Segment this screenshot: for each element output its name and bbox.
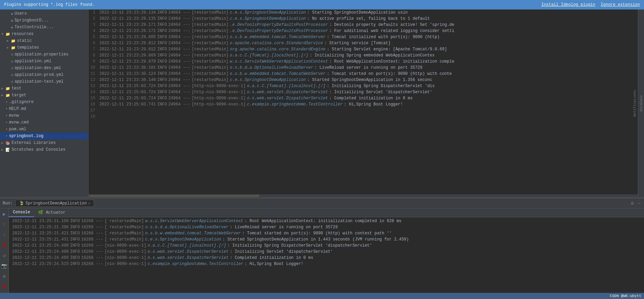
tree-item-users[interactable]: ◈ Users	[0, 10, 88, 17]
scroll-down-icon[interactable]: ↓	[2, 231, 6, 239]
tree-item-app-props[interactable]: ⚙ application.properties	[0, 51, 88, 58]
tree-item-templates[interactable]: ▶ 📁 templates	[0, 44, 88, 51]
line-number: 16	[90, 101, 99, 107]
log-line: 4 2022-12-11 23:23:29.171 INFO 24964 ---…	[88, 28, 638, 34]
log-thread: [restartedMain]	[192, 40, 228, 46]
log-pid: 24964 ---	[168, 34, 190, 40]
tree-item-static[interactable]: ▶ 📁 static	[0, 37, 88, 44]
tree-item-app-test-yml[interactable]: ⚙ application-test.yml	[0, 78, 88, 85]
tree-label-resources: resources	[12, 32, 34, 36]
log-thread: [restartedMain]	[192, 10, 228, 16]
log-ts: 2022-12-11 23:23:29.812	[99, 40, 156, 46]
notifications-label[interactable]: Notifications	[632, 87, 638, 119]
log-level: INFO	[157, 59, 167, 65]
settings2-icon[interactable]: ⚙	[2, 272, 6, 281]
console-content[interactable]: 2022-12-11 23:25:21.156 INFO 16268 --- […	[9, 217, 644, 293]
log-pid: 24964 ---	[168, 83, 190, 89]
run-tab-close[interactable]: ✕	[88, 201, 90, 205]
console-msg: : Initializing Servlet 'dispatcherServle…	[230, 249, 333, 255]
rerun-icon[interactable]: ↺	[2, 251, 6, 260]
run-panel: Run: 🍃 SpringbootDemoApplication ✕ ⚙ ─ ▶…	[0, 198, 644, 293]
tree-label-app-yml: application.yml	[15, 59, 51, 64]
log-line: 12 2022-12-11 23:23:30.140 INFO 24964 --…	[88, 77, 638, 83]
tree-label-test: test	[12, 86, 21, 91]
console-logger: c.example.springbootdemo.TestController	[148, 261, 243, 267]
tree-item-gitignore[interactable]: ▪ .gitignore	[0, 99, 88, 105]
console-logger: o.a.c.C.[Tomcat].[localhost].[/]	[148, 243, 226, 249]
console-logger: o.s.b.w.embedded.tomcat.TomcatWebServer	[145, 230, 241, 236]
line-number: 3	[90, 22, 99, 28]
spring-icon: 🍃	[19, 201, 24, 206]
tree-item-pomxml[interactable]: ▪ pom.xml	[0, 126, 88, 133]
log-msg: : LiveReload server is running on port 3…	[315, 65, 422, 71]
h-scroll-thumb[interactable]	[89, 195, 259, 197]
tree-item-target[interactable]: ▶ 📁 target	[0, 92, 88, 99]
line-number: 12	[90, 77, 99, 83]
tree-label-ext-libs: External Libraries	[12, 140, 56, 145]
install-plugin-link[interactable]: Install Ideolog plugin	[541, 2, 595, 7]
tree-item-helpmd[interactable]: ▪ HELP.md	[0, 105, 88, 112]
tree-label-mvnwcmd: mvnw.cmd	[9, 120, 29, 125]
file-tree-sidebar: ◈ Users ◈ SpringbootD... ◈ TestControlle…	[0, 10, 88, 198]
log-ts: 2022-12-11 23:23:30.101	[99, 65, 156, 71]
log-pid: 24964 ---	[168, 59, 190, 65]
log-line: 8 2022-12-11 23:23:29.869 INFO 24964 ---…	[88, 52, 638, 59]
settings-icon[interactable]: ⚙	[630, 200, 634, 207]
console-tab-actuator[interactable]: 🌿 Actuator	[34, 209, 69, 217]
log-logger: o.s.b.w.embedded.tomcat.TomcatWebServer	[230, 71, 325, 77]
run-app-tab[interactable]: 🍃 SpringbootDemoApplication ✕	[15, 200, 94, 207]
log-horizontal-scrollbar[interactable]	[88, 194, 638, 198]
tree-item-app-dev-yml[interactable]: ⚙ application-dev.yml	[0, 65, 88, 71]
scroll-up-icon[interactable]: ↑	[2, 220, 6, 229]
tree-item-mvnw[interactable]: ▪ mvnw	[0, 112, 88, 119]
console-level: INFO	[70, 218, 80, 224]
tree-item-springboot-log[interactable]: ▪ springboot.log	[0, 133, 88, 139]
stop-icon[interactable]: ■	[2, 241, 6, 249]
tree-item-testcontroller[interactable]: ◈ TestControlle...	[0, 24, 88, 31]
log-scroll-area[interactable]: 1 2022-12-11 23:23:29.134 INFO 24964 ---…	[88, 10, 638, 194]
console-line: 2022-12-11 23:25:21.396 INFO 16268 --- […	[12, 224, 641, 230]
tree-item-app-prod-yml[interactable]: ⚙ application-prod.yml	[0, 71, 88, 78]
log-thread: [restartedMain]	[192, 52, 228, 59]
line-number: 15	[90, 95, 99, 101]
tree-item-ext-libs[interactable]: ▶ 📚 External Libraries	[0, 139, 88, 146]
tree-item-scratches[interactable]: ▶ 📝 Scratches and Consoles	[0, 146, 88, 153]
log-level: INFO	[157, 65, 167, 71]
tree-item-resources[interactable]: ▼ 📁 resources	[0, 31, 88, 37]
log-logger: w.s.c.ServletWebServerApplicationContext	[230, 59, 328, 65]
file-icon-app-props: ⚙	[11, 52, 13, 57]
notification-actions: Install Ideolog plugin Ignore extension	[541, 2, 640, 7]
console-tab-console[interactable]: Console	[9, 209, 34, 217]
console-level: INFO	[70, 249, 80, 255]
console-msg: : Started SpringbootDemoApplication in 1…	[223, 236, 409, 243]
database-label[interactable]: Database	[639, 93, 644, 114]
line-number: 18	[90, 114, 99, 120]
clear-icon[interactable]: 🗑	[1, 283, 7, 291]
console-pid: 16268 ---	[81, 249, 103, 255]
folder-icon-resources: 📁	[5, 32, 10, 36]
minimize-icon[interactable]: ─	[637, 200, 641, 207]
tree-item-springbootD[interactable]: ◈ SpringbootD...	[0, 17, 88, 24]
log-logger: org.apache.catalina.core.StandardEngine	[230, 46, 325, 52]
file-icon-app-test-yml: ⚙	[11, 80, 13, 84]
run-icon[interactable]: ▶	[2, 210, 6, 218]
log-pid: 24964 ---	[168, 10, 190, 16]
log-pid: 24964 ---	[168, 95, 190, 101]
tree-item-test[interactable]: ▶ 📁 test	[0, 85, 88, 92]
folder-icon-ext-libs: 📚	[5, 141, 10, 145]
ignore-extension-link[interactable]: Ignore extension	[601, 2, 640, 7]
log-lines-area: 1 2022-12-11 23:23:29.134 INFO 24964 ---…	[88, 10, 638, 198]
tree-item-app-yml[interactable]: ⚙ application.yml	[0, 58, 88, 65]
console-msg: : Root WebApplicationContext: initializa…	[245, 218, 402, 224]
log-thread: [restartedMain]	[192, 59, 228, 65]
tree-label-app-prod-yml: application-prod.yml	[15, 72, 64, 77]
console-ts: 2022-12-11 23:25:24.499	[12, 255, 69, 261]
log-logger: o.apache.catalina.core.StandardService	[230, 40, 323, 46]
tree-item-mvnwcmd[interactable]: ▪ mvnw.cmd	[0, 119, 88, 126]
console-level: INFO	[70, 261, 80, 267]
log-ts: 2022-12-11 23:23:30.124	[99, 71, 156, 77]
editor-area: 1 2022-12-11 23:23:29.134 INFO 24964 ---…	[88, 10, 638, 198]
camera-icon[interactable]: 📷	[1, 262, 8, 270]
line-number: 2	[90, 16, 99, 22]
line-number: 9	[90, 59, 99, 65]
